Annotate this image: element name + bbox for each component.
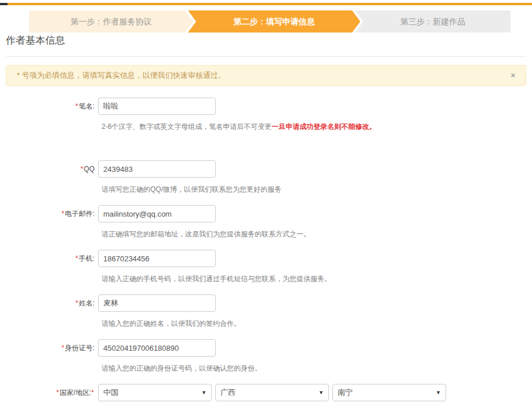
idnumber-input[interactable]: [98, 339, 216, 357]
required-asterisk: *: [75, 102, 78, 110]
penname-hint: 2-6个汉字、数字或英文字母组成，笔名申请后不可变更一旦申请成功登录名则不能修改…: [102, 123, 532, 131]
form-field-name: *姓名:请输入您的正确姓名，以便我们的签约合作。: [0, 294, 532, 328]
email-input[interactable]: [98, 205, 216, 222]
mobile-label: *手机:: [0, 250, 98, 267]
required-asterisk: *: [75, 299, 78, 307]
province-select[interactable]: 广西▼: [215, 384, 329, 401]
form-field-qq: *QQ请填写您正确的QQ/微博，以便我们联系您为您更好的服务: [0, 160, 532, 194]
form-field-mobile: *手机:请输入正确的手机号码，以便我们通过手机短信与您联系，为您提供服务。: [0, 250, 532, 283]
section-divider: [6, 56, 526, 57]
required-asterisk: *: [56, 389, 59, 397]
city-select[interactable]: 南宁▼: [332, 384, 446, 401]
top-accent-dark-segment: [0, 3, 8, 5]
close-icon[interactable]: ×: [511, 66, 515, 85]
required-asterisk: *: [61, 210, 64, 218]
name-hint: 请输入您的正确姓名，以便我们的签约合作。: [102, 319, 532, 328]
required-asterisk: *: [75, 254, 78, 262]
page-title: 作者基本信息: [6, 34, 65, 47]
notice-bar: × * 号项为必填信息，请填写真实信息，以便我们快速审核通过。: [6, 65, 526, 86]
form-field-penname: *笔名:2-6个汉字、数字或英文字母组成，笔名申请后不可变更一旦申请成功登录名则…: [0, 98, 532, 131]
required-asterisk: *: [61, 344, 64, 352]
name-label: *姓名:: [0, 294, 98, 312]
chevron-down-icon: ▼: [201, 390, 207, 395]
penname-hint-warning: 一旦申请成功登录名则不能修改。: [272, 123, 376, 131]
qq-hint: 请填写您正确的QQ/微博，以便我们联系您为您更好的服务: [102, 185, 532, 194]
country-select[interactable]: 中国▼: [98, 384, 212, 401]
chevron-down-icon: ▼: [319, 390, 324, 395]
penname-input[interactable]: [98, 98, 216, 115]
email-hint: 请正确填写您的邮箱地址，这是我们为您提供服务的联系方式之一。: [102, 230, 532, 239]
required-asterisk: *: [81, 165, 84, 173]
penname-label: *笔名:: [0, 98, 98, 115]
top-accent-bar: [0, 3, 532, 5]
stepper-step-1: 第一步：作者服务协议: [29, 10, 193, 33]
region-label: *国家/地区:*: [0, 384, 98, 401]
form-field-idnumber: *身份证号:请输入您的正确的身份证号码，以便确认您的身份。: [0, 339, 532, 373]
form-field-email: *电子邮件:请正确填写您的邮箱地址，这是我们为您提供服务的联系方式之一。: [0, 205, 532, 239]
name-input[interactable]: [98, 294, 216, 312]
stepper-step-3: 第三步：新建作品: [355, 10, 511, 33]
wizard-stepper: 第一步：作者服务协议第二步：填写申请信息第三步：新建作品: [29, 10, 511, 33]
required-asterisk-suffix: *: [91, 389, 94, 397]
chevron-down-icon: ▼: [436, 390, 441, 395]
qq-label: *QQ: [0, 160, 98, 178]
form-field-region: *国家/地区:*中国▼广西▼南宁▼: [0, 384, 532, 401]
mobile-hint: 请输入正确的手机号码，以便我们通过手机短信与您联系，为您提供服务。: [102, 275, 532, 283]
notice-text: * 号项为必填信息，请填写真实信息，以便我们快速审核通过。: [17, 71, 226, 80]
qq-input[interactable]: [98, 160, 216, 178]
author-info-form: *笔名:2-6个汉字、数字或英文字母组成，笔名申请后不可变更一旦申请成功登录名则…: [0, 98, 532, 410]
mobile-input[interactable]: [98, 250, 216, 267]
idnumber-hint: 请输入您的正确的身份证号码，以便确认您的身份。: [102, 364, 532, 373]
email-label: *电子邮件:: [0, 205, 98, 222]
stepper-step-2: 第二步：填写申请信息: [188, 10, 360, 33]
idnumber-label: *身份证号:: [0, 339, 98, 357]
